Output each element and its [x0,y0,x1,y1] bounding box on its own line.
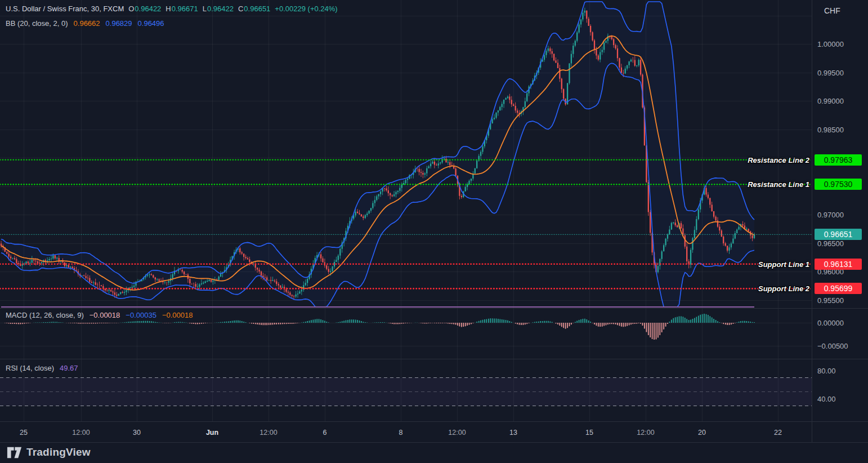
chart-canvas[interactable]: 2512:0030Jun12:006812:00131512:002022 [0,0,868,463]
ohlc-low: L0.96422 [203,5,234,13]
macd-line-value: −0.00035 [126,311,156,319]
price-tick-label: 0.98500 [817,125,844,133]
last-price-badge: 0.96651 [815,229,862,240]
time-tick-label: 13 [509,429,517,437]
resistance2-label[interactable]: Resistance Line 2 [748,155,809,164]
bb-basis-value: 0.96662 [74,19,100,28]
price-tick-label: 80.00 [817,367,836,375]
tradingview-wordmark: TradingView [26,446,91,458]
price-tick-label: 0.95500 [817,296,844,304]
macd-hist-value: −0.00018 [90,311,120,319]
time-tick-label: 15 [585,429,593,437]
price-tick-label: 0.97000 [817,211,844,219]
price-axis[interactable]: CHF 1.000000.995000.990000.985000.970000… [812,0,868,443]
price-tick-label: 1.00000 [817,40,844,48]
support1-label[interactable]: Support Line 1 [758,260,809,268]
symbol-title[interactable]: U.S. Dollar / Swiss Franc, 30, FXCM [6,5,124,13]
support2-badge: 0.95699 [815,283,862,294]
price-tick-label: 0.99500 [817,68,844,77]
bb-legend[interactable]: BB (20, close, 2, 0) 0.96662 0.96829 0.9… [6,19,164,28]
tradingview-logo-icon [7,447,22,458]
time-tick-label: 25 [20,429,28,437]
time-tick-label: 30 [133,429,141,437]
resistance1-badge: 0.97530 [815,179,862,190]
price-change: +0.00229 (+0.24%) [275,5,337,13]
time-tick-label: Jun [206,429,218,437]
rsi-value: 49.67 [60,364,78,372]
bb-upper-value: 0.96829 [106,19,132,28]
time-tick-label: 12:00 [448,429,466,437]
support2-label[interactable]: Support Line 2 [758,284,809,293]
trading-chart-window: 2512:0030Jun12:006812:00131512:002022 U.… [0,0,868,463]
ohlc-close: C0.96651 [238,5,270,13]
resistance2-badge: 0.97963 [815,154,862,166]
time-tick-label: 12:00 [637,429,654,437]
support1-badge: 0.96131 [815,259,862,270]
axis-currency-label: CHF [824,6,840,15]
price-tick-label: 0.96500 [817,239,844,247]
ohlc-open: O0.96422 [128,5,161,13]
macd-legend[interactable]: MACD (12, 26, close, 9) −0.00018 −0.0003… [6,311,193,319]
time-tick-label: 12:00 [259,429,277,437]
bb-lower-value: 0.96496 [138,19,164,28]
time-tick-label: 8 [399,429,403,437]
price-tick-label: 40.00 [817,395,836,403]
ohlc-high: H0.96671 [165,5,198,13]
rsi-label: RSI (14, close) [6,364,54,372]
time-tick-label: 22 [774,429,782,437]
tradingview-attribution[interactable]: TradingView [7,446,91,458]
price-tick-label: 0.99000 [817,97,844,105]
resistance1-label[interactable]: Resistance Line 1 [748,180,809,189]
time-tick-label: 6 [323,429,327,437]
macd-label: MACD (12, 26, close, 9) [6,311,84,319]
bb-label: BB (20, close, 2, 0) [6,19,68,28]
time-tick-label: 20 [698,429,706,437]
rsi-legend[interactable]: RSI (14, close) 49.67 [6,364,78,372]
price-tick-label: −0.00500 [817,342,848,350]
time-tick-label: 12:00 [72,429,90,437]
price-tick-label: 0.00000 [817,319,844,327]
symbol-legend[interactable]: U.S. Dollar / Swiss Franc, 30, FXCM O0.9… [6,5,338,13]
macd-signal-value: −0.00018 [162,311,193,319]
